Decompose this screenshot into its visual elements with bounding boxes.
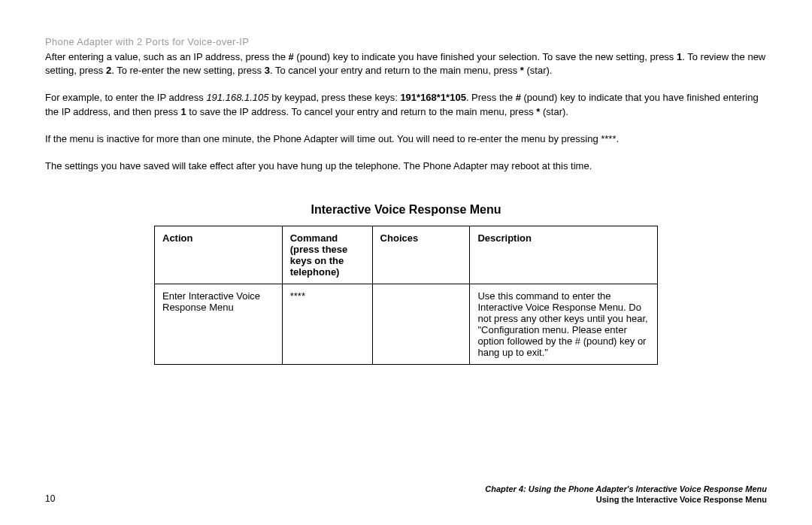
cell-description: Use this command to enter the Interactiv… xyxy=(470,284,658,365)
bold-pound: # xyxy=(516,92,521,103)
th-choices: Choices xyxy=(372,226,470,284)
paragraph-4: The settings you have saved will take ef… xyxy=(45,159,767,173)
text: by keypad, press these keys: xyxy=(269,92,401,103)
table-row: Enter Interactive Voice Response Menu **… xyxy=(155,284,658,365)
bold-1: 1 xyxy=(180,106,186,117)
text: (star). xyxy=(524,65,553,76)
footer-chapter-title: Chapter 4: Using the Phone Adapter's Int… xyxy=(485,484,767,493)
cell-command: **** xyxy=(282,284,372,365)
text: For example, to enter the IP address xyxy=(45,92,206,103)
text: (star). xyxy=(540,106,568,117)
th-description: Description xyxy=(470,226,658,284)
text: to save the IP address. To cancel your e… xyxy=(186,106,537,117)
text: . Press the xyxy=(466,92,516,103)
section-heading-ivr-menu: Interactive Voice Response Menu xyxy=(45,203,767,217)
text: (pound) key to indicate you have finishe… xyxy=(294,51,677,62)
bold-ip-keys: 191*168*1*105 xyxy=(400,92,465,103)
text: . To re-enter the new setting, press xyxy=(111,65,265,76)
cell-action: Enter Interactive Voice Response Menu xyxy=(155,284,283,365)
paragraph-3: If the menu is inactive for more than on… xyxy=(45,132,767,146)
page-header-title: Phone Adapter with 2 Ports for Voice-ove… xyxy=(45,36,767,47)
th-command: Command (press these keys on the telepho… xyxy=(282,226,372,284)
italic-ip: 191.168.1.105 xyxy=(206,92,268,103)
bold-pound: # xyxy=(289,51,294,62)
ivr-menu-table: Action Command (press these keys on the … xyxy=(154,226,658,365)
text: . To cancel your entry and return to the… xyxy=(270,65,520,76)
text: After entering a value, such as an IP ad… xyxy=(45,51,289,62)
paragraph-1: After entering a value, such as an IP ad… xyxy=(45,50,767,77)
bold-3: 3 xyxy=(265,65,270,76)
paragraph-2: For example, to enter the IP address 191… xyxy=(45,91,767,118)
page-footer: 10 Chapter 4: Using the Phone Adapter's … xyxy=(45,484,767,504)
th-action: Action xyxy=(155,226,283,284)
footer-right: Chapter 4: Using the Phone Adapter's Int… xyxy=(485,484,767,504)
table-header-row: Action Command (press these keys on the … xyxy=(155,226,658,284)
page-number: 10 xyxy=(45,493,55,504)
cell-choices xyxy=(372,284,470,365)
footer-subtitle: Using the Interactive Voice Response Men… xyxy=(485,495,767,504)
